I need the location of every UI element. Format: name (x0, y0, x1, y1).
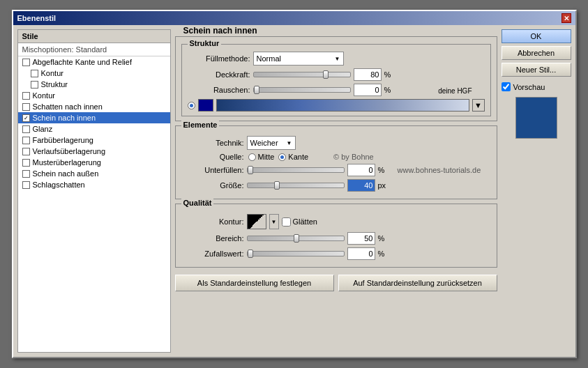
groesse-label: Größe: (181, 181, 244, 190)
quelle-row: Quelle: Mitte Kante © by Bohne (181, 153, 491, 161)
bereich-label: Bereich: (181, 234, 244, 243)
item-abgeflachte[interactable]: Abgeflachte Kante und Relief (18, 56, 170, 68)
dialog: Ebenenstil ✕ Stile Mischoptionen: Standa… (12, 10, 577, 358)
checkbox-kontur2[interactable] (22, 92, 30, 100)
preview-checkbox[interactable] (502, 82, 511, 91)
unterfuellen-slider[interactable] (247, 167, 345, 173)
preview-row: Vorschau (502, 82, 571, 91)
checkbox-verlaufsue[interactable] (22, 148, 30, 155)
item-struktur[interactable]: Struktur (18, 79, 170, 90)
styles-title: Stile (18, 30, 170, 43)
checkbox-schein-aussen[interactable] (22, 170, 30, 178)
rauschen-label: Rauschen: (188, 86, 250, 94)
glaetten-label[interactable]: Glätten (282, 217, 317, 227)
watermark-line1: © by Bohne (333, 153, 374, 161)
checkbox-farbue[interactable] (22, 137, 30, 144)
rauschen-slider[interactable] (253, 87, 351, 93)
dialog-body: Stile Mischoptionen: Standard Abgeflacht… (13, 25, 575, 357)
cancel-button[interactable]: Abbrechen (502, 46, 571, 60)
deckkraft-input[interactable] (354, 68, 382, 81)
unterfuellen-input[interactable] (347, 164, 375, 176)
groesse-slider[interactable] (247, 183, 345, 188)
struktur-content: Füllmethode: Normal ▼ (188, 52, 485, 112)
checkbox-schatten-innen[interactable] (22, 103, 30, 111)
technik-label: Technik: (181, 139, 244, 147)
unterfuellen-thumb[interactable] (248, 166, 253, 174)
item-schein-innen[interactable]: Schein nach innen (18, 112, 170, 123)
rauschen-thumb[interactable] (254, 86, 259, 94)
qualitaet-section: Qualität Kontur: ▼ Glätten (175, 204, 497, 268)
section-title-schein: Schein nach innen (181, 26, 259, 36)
item-label-schlagschatten: Schlagschatten (33, 181, 85, 189)
item-musterue[interactable]: Musterüberlagerung (18, 157, 170, 168)
item-farbue[interactable]: Farbüberlagerung (18, 135, 170, 146)
groesse-thumb[interactable] (274, 181, 280, 190)
checkbox-kontur1[interactable] (31, 70, 38, 77)
item-schatten-innen[interactable]: Schatten nach innen (18, 101, 170, 112)
preview-box (515, 97, 557, 139)
item-verlaufsue[interactable]: Verlaufsüberlagerung (18, 146, 170, 157)
kontur-dropdown-btn[interactable]: ▼ (269, 214, 279, 229)
set-default-button[interactable]: Als Standardeinstellung festlegen (175, 275, 334, 291)
item-kontur1[interactable]: Kontur (18, 68, 170, 79)
zufallswert-unit: % (378, 250, 388, 258)
bereich-input[interactable] (347, 232, 375, 245)
watermark-line2: www.bohnes-tutorials.de (398, 166, 481, 174)
fuellmethode-dropdown[interactable]: Normal ▼ (253, 52, 344, 66)
deckkraft-thumb[interactable] (323, 70, 329, 79)
item-label-glanz: Glanz (33, 125, 53, 133)
deckkraft-slider[interactable] (253, 72, 351, 77)
close-button[interactable]: ✕ (561, 13, 571, 23)
quelle-kante-label[interactable]: Kante (278, 153, 308, 161)
misch-subtitle: Mischoptionen: Standard (18, 43, 170, 56)
bereich-slider[interactable] (247, 236, 345, 241)
color-swatch[interactable] (198, 99, 213, 112)
quelle-kante-radio[interactable] (278, 153, 286, 161)
checkbox-glanz[interactable] (22, 125, 30, 133)
left-panel: Stile Mischoptionen: Standard Abgeflacht… (17, 29, 171, 353)
struktur-section: Schein nach innen Struktur Füllmethode: … (175, 36, 497, 121)
checkbox-schlagschatten[interactable] (22, 181, 30, 189)
glaetten-checkbox[interactable] (282, 217, 291, 227)
bereich-thumb[interactable] (294, 234, 299, 243)
checkbox-struktur[interactable] (31, 81, 38, 89)
unterfuellen-row: Unterfüllen: % www.bohnes-tutorials.de (181, 164, 491, 176)
gradient-bar[interactable]: deine HGF (216, 99, 469, 112)
quelle-mitte-radio[interactable] (248, 153, 256, 161)
checkbox-schein-innen[interactable] (22, 114, 30, 122)
quelle-mitte-label[interactable]: Mitte (248, 153, 275, 161)
unterfuellen-label: Unterfüllen: (181, 166, 244, 174)
item-glanz[interactable]: Glanz (18, 123, 170, 135)
technik-dropdown[interactable]: Weicher ▼ (247, 136, 296, 150)
item-schein-aussen[interactable]: Schein nach außen (18, 168, 170, 179)
color-radio1[interactable] (188, 102, 195, 109)
reset-default-button[interactable]: Auf Standardeinstellung zurücksetzen (338, 275, 497, 291)
glaetten-text: Glätten (293, 217, 317, 226)
checkbox-abgeflachte[interactable] (22, 59, 30, 66)
bereich-unit: % (378, 234, 388, 243)
rauschen-input[interactable] (354, 84, 382, 96)
color-row: deine HGF ▼ (188, 99, 485, 112)
dialog-title: Ebenenstil (17, 14, 56, 22)
zufallswert-input[interactable] (347, 247, 375, 260)
hgf-label: deine HGF (438, 87, 472, 95)
elemente-section: Elemente Technik: Weicher ▼ Quelle: (175, 125, 497, 199)
checkbox-musterue[interactable] (22, 159, 30, 167)
kontur-preview[interactable] (247, 214, 266, 229)
new-style-button[interactable]: Neuer Stil... (502, 63, 571, 77)
item-label-kontur2: Kontur (33, 91, 55, 100)
item-label-musterue: Musterüberlagerung (33, 158, 101, 167)
zufallswert-slider[interactable] (247, 251, 345, 256)
item-schlagschatten[interactable]: Schlagschatten (18, 179, 170, 190)
item-kontur2[interactable]: Kontur (18, 90, 170, 101)
bottom-buttons: Als Standardeinstellung festlegen Auf St… (175, 272, 497, 294)
section-title-qualitaet: Qualität (181, 199, 214, 207)
preview-label: Vorschau (513, 83, 545, 91)
groesse-row: Größe: px (181, 179, 491, 192)
ok-button[interactable]: OK (502, 29, 571, 43)
deckkraft-row: Deckkraft: % (188, 68, 485, 81)
qualitaet-content: Kontur: ▼ Glätten Bereich: (181, 214, 491, 260)
gradient-dropdown-btn[interactable]: ▼ (472, 99, 485, 112)
zufallswert-thumb[interactable] (248, 250, 253, 258)
groesse-input[interactable] (347, 179, 375, 192)
